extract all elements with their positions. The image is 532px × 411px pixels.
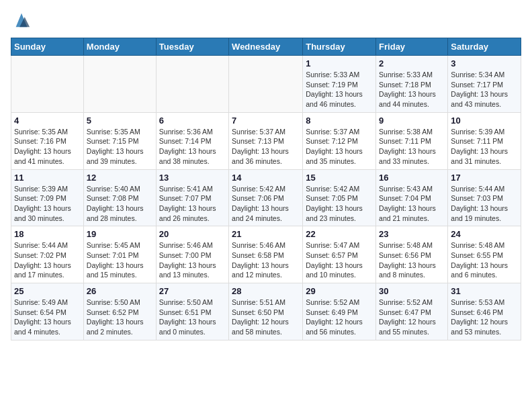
calendar-cell xyxy=(11,56,84,113)
calendar-cell: 18Sunrise: 5:44 AM Sunset: 7:02 PM Dayli… xyxy=(11,226,84,283)
weekday-header-tuesday: Tuesday xyxy=(156,38,228,56)
day-info: Sunrise: 5:44 AM Sunset: 7:02 PM Dayligh… xyxy=(14,240,81,280)
day-number: 26 xyxy=(87,286,153,296)
day-number: 28 xyxy=(232,286,300,296)
day-number: 24 xyxy=(451,229,518,239)
day-number: 22 xyxy=(306,229,373,239)
day-number: 6 xyxy=(159,116,226,126)
day-info: Sunrise: 5:41 AM Sunset: 7:07 PM Dayligh… xyxy=(159,184,226,224)
calendar-cell: 26Sunrise: 5:50 AM Sunset: 6:52 PM Dayli… xyxy=(83,283,156,340)
day-number: 7 xyxy=(232,116,300,126)
weekday-row: SundayMondayTuesdayWednesdayThursdayFrid… xyxy=(11,38,521,56)
day-number: 14 xyxy=(232,173,300,183)
day-number: 9 xyxy=(379,116,445,126)
weekday-header-saturday: Saturday xyxy=(448,38,521,56)
day-info: Sunrise: 5:42 AM Sunset: 7:05 PM Dayligh… xyxy=(306,184,373,224)
calendar-cell: 14Sunrise: 5:42 AM Sunset: 7:06 PM Dayli… xyxy=(229,169,303,226)
day-number: 23 xyxy=(379,229,445,239)
day-info: Sunrise: 5:35 AM Sunset: 7:15 PM Dayligh… xyxy=(87,127,153,167)
calendar-cell: 3Sunrise: 5:34 AM Sunset: 7:17 PM Daylig… xyxy=(448,56,521,113)
calendar-cell: 20Sunrise: 5:46 AM Sunset: 7:00 PM Dayli… xyxy=(156,226,228,283)
weekday-header-wednesday: Wednesday xyxy=(229,38,303,56)
calendar-cell xyxy=(83,56,156,113)
calendar-cell: 17Sunrise: 5:44 AM Sunset: 7:03 PM Dayli… xyxy=(448,169,521,226)
day-info: Sunrise: 5:33 AM Sunset: 7:18 PM Dayligh… xyxy=(379,70,445,109)
day-info: Sunrise: 5:52 AM Sunset: 6:49 PM Dayligh… xyxy=(306,298,373,337)
day-info: Sunrise: 5:50 AM Sunset: 6:51 PM Dayligh… xyxy=(159,298,226,337)
day-number: 21 xyxy=(232,229,300,239)
day-info: Sunrise: 5:42 AM Sunset: 7:06 PM Dayligh… xyxy=(232,184,300,224)
calendar-cell: 21Sunrise: 5:46 AM Sunset: 6:58 PM Dayli… xyxy=(229,226,303,283)
day-number: 4 xyxy=(14,116,81,126)
calendar-cell: 2Sunrise: 5:33 AM Sunset: 7:18 PM Daylig… xyxy=(376,56,448,113)
day-number: 30 xyxy=(379,286,445,296)
calendar-header: SundayMondayTuesdayWednesdayThursdayFrid… xyxy=(11,38,521,56)
day-number: 15 xyxy=(306,173,373,183)
day-number: 8 xyxy=(306,116,373,126)
day-info: Sunrise: 5:52 AM Sunset: 6:47 PM Dayligh… xyxy=(379,298,445,337)
calendar-cell: 11Sunrise: 5:39 AM Sunset: 7:09 PM Dayli… xyxy=(11,169,84,226)
day-info: Sunrise: 5:47 AM Sunset: 6:57 PM Dayligh… xyxy=(306,240,373,280)
logo xyxy=(11,11,31,30)
day-info: Sunrise: 5:50 AM Sunset: 6:52 PM Dayligh… xyxy=(87,298,153,337)
calendar-cell: 24Sunrise: 5:48 AM Sunset: 6:55 PM Dayli… xyxy=(448,226,521,283)
calendar-cell: 16Sunrise: 5:43 AM Sunset: 7:04 PM Dayli… xyxy=(376,169,448,226)
calendar-cell: 9Sunrise: 5:38 AM Sunset: 7:11 PM Daylig… xyxy=(376,112,448,169)
day-number: 19 xyxy=(87,229,153,239)
calendar-week-3: 11Sunrise: 5:39 AM Sunset: 7:09 PM Dayli… xyxy=(11,169,521,226)
day-number: 11 xyxy=(14,173,81,183)
calendar-week-2: 4Sunrise: 5:35 AM Sunset: 7:16 PM Daylig… xyxy=(11,112,521,169)
calendar-cell: 30Sunrise: 5:52 AM Sunset: 6:47 PM Dayli… xyxy=(376,283,448,340)
day-info: Sunrise: 5:37 AM Sunset: 7:12 PM Dayligh… xyxy=(306,127,373,167)
calendar-cell: 13Sunrise: 5:41 AM Sunset: 7:07 PM Dayli… xyxy=(156,169,228,226)
day-info: Sunrise: 5:45 AM Sunset: 7:01 PM Dayligh… xyxy=(87,240,153,280)
calendar-cell: 1Sunrise: 5:33 AM Sunset: 7:19 PM Daylig… xyxy=(303,56,376,113)
weekday-header-monday: Monday xyxy=(83,38,156,56)
day-info: Sunrise: 5:48 AM Sunset: 6:55 PM Dayligh… xyxy=(451,240,518,280)
calendar-cell: 6Sunrise: 5:36 AM Sunset: 7:14 PM Daylig… xyxy=(156,112,228,169)
day-number: 3 xyxy=(451,58,518,68)
day-info: Sunrise: 5:44 AM Sunset: 7:03 PM Dayligh… xyxy=(451,184,518,224)
logo-icon xyxy=(12,11,31,30)
calendar-table: SundayMondayTuesdayWednesdayThursdayFrid… xyxy=(11,38,521,340)
day-number: 10 xyxy=(451,116,518,126)
calendar-cell: 23Sunrise: 5:48 AM Sunset: 6:56 PM Dayli… xyxy=(376,226,448,283)
calendar-cell: 15Sunrise: 5:42 AM Sunset: 7:05 PM Dayli… xyxy=(303,169,376,226)
weekday-header-thursday: Thursday xyxy=(303,38,376,56)
calendar-cell: 19Sunrise: 5:45 AM Sunset: 7:01 PM Dayli… xyxy=(83,226,156,283)
day-info: Sunrise: 5:51 AM Sunset: 6:50 PM Dayligh… xyxy=(232,298,300,337)
calendar-cell: 27Sunrise: 5:50 AM Sunset: 6:51 PM Dayli… xyxy=(156,283,228,340)
day-number: 17 xyxy=(451,173,518,183)
day-info: Sunrise: 5:43 AM Sunset: 7:04 PM Dayligh… xyxy=(379,184,445,224)
day-number: 16 xyxy=(379,173,445,183)
day-number: 12 xyxy=(87,173,153,183)
calendar-cell: 4Sunrise: 5:35 AM Sunset: 7:16 PM Daylig… xyxy=(11,112,84,169)
calendar-week-4: 18Sunrise: 5:44 AM Sunset: 7:02 PM Dayli… xyxy=(11,226,521,283)
calendar-cell: 5Sunrise: 5:35 AM Sunset: 7:15 PM Daylig… xyxy=(83,112,156,169)
day-number: 25 xyxy=(14,286,81,296)
day-info: Sunrise: 5:36 AM Sunset: 7:14 PM Dayligh… xyxy=(159,127,226,167)
calendar-week-5: 25Sunrise: 5:49 AM Sunset: 6:54 PM Dayli… xyxy=(11,283,521,340)
calendar-cell: 29Sunrise: 5:52 AM Sunset: 6:49 PM Dayli… xyxy=(303,283,376,340)
day-number: 18 xyxy=(14,229,81,239)
calendar-cell xyxy=(156,56,228,113)
day-number: 27 xyxy=(159,286,226,296)
day-info: Sunrise: 5:39 AM Sunset: 7:09 PM Dayligh… xyxy=(14,184,81,224)
weekday-header-sunday: Sunday xyxy=(11,38,84,56)
day-number: 13 xyxy=(159,173,226,183)
day-info: Sunrise: 5:38 AM Sunset: 7:11 PM Dayligh… xyxy=(379,127,445,167)
calendar-cell: 7Sunrise: 5:37 AM Sunset: 7:13 PM Daylig… xyxy=(229,112,303,169)
calendar-week-1: 1Sunrise: 5:33 AM Sunset: 7:19 PM Daylig… xyxy=(11,56,521,113)
day-info: Sunrise: 5:53 AM Sunset: 6:46 PM Dayligh… xyxy=(451,298,518,337)
calendar-cell xyxy=(229,56,303,113)
day-number: 5 xyxy=(87,116,153,126)
day-info: Sunrise: 5:34 AM Sunset: 7:17 PM Dayligh… xyxy=(451,70,518,109)
page-container: SundayMondayTuesdayWednesdayThursdayFrid… xyxy=(0,0,532,346)
calendar-cell: 25Sunrise: 5:49 AM Sunset: 6:54 PM Dayli… xyxy=(11,283,84,340)
day-number: 31 xyxy=(451,286,518,296)
day-number: 20 xyxy=(159,229,226,239)
day-number: 2 xyxy=(379,58,445,68)
day-info: Sunrise: 5:39 AM Sunset: 7:11 PM Dayligh… xyxy=(451,127,518,167)
calendar-cell: 10Sunrise: 5:39 AM Sunset: 7:11 PM Dayli… xyxy=(448,112,521,169)
weekday-header-friday: Friday xyxy=(376,38,448,56)
